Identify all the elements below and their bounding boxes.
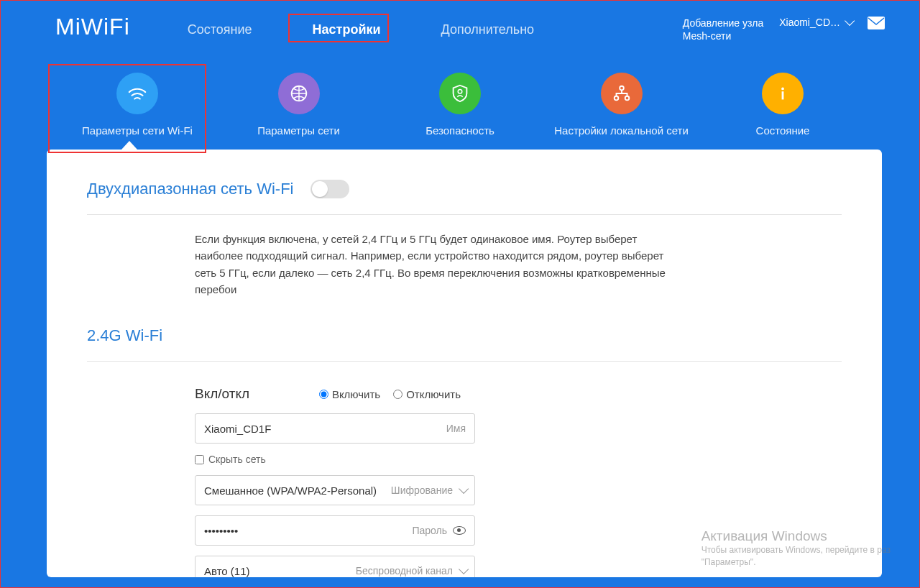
ssid-suffix: Имя	[446, 423, 466, 434]
subtab-wifi[interactable]: Параметры сети Wi-Fi	[65, 73, 209, 137]
radio-on[interactable]: Включить	[319, 388, 380, 400]
svg-point-4	[614, 96, 618, 101]
radio-off-label: Отключить	[406, 388, 461, 400]
network-tree-icon	[601, 73, 643, 114]
nav-status[interactable]: Состояние	[180, 18, 259, 42]
ssid-input[interactable]	[204, 423, 446, 435]
svg-rect-7	[782, 91, 784, 99]
settings-card: Двухдиапазонная сеть Wi-Fi Если функция …	[47, 150, 882, 577]
subtab-wifi-label: Параметры сети Wi-Fi	[82, 124, 193, 137]
eye-icon[interactable]	[453, 526, 466, 535]
shield-icon	[439, 73, 481, 114]
nav-settings[interactable]: Настройки	[305, 18, 388, 42]
active-tab-arrow	[1, 141, 919, 150]
svg-point-6	[781, 88, 784, 91]
logo: MiWiFi	[55, 14, 130, 40]
mesh-line1: Добавление узла	[683, 17, 763, 29]
svg-point-3	[620, 86, 624, 91]
encryption-value	[204, 484, 391, 497]
svg-point-2	[458, 89, 462, 93]
dualband-title: Двухдиапазонная сеть Wi-Fi	[87, 180, 293, 198]
wifi24-title: 2.4G Wi-Fi	[87, 319, 842, 362]
password-input[interactable]	[204, 525, 412, 537]
subtab-status[interactable]: Состояние	[711, 73, 855, 137]
channel-value	[204, 565, 356, 577]
device-name: Xiaomi_CD…	[779, 17, 840, 28]
subtab-lan[interactable]: Настройки локальной сети	[550, 73, 694, 137]
mesh-line2: Mesh-сети	[683, 29, 763, 42]
encryption-field[interactable]: Шифрование	[195, 475, 475, 505]
hide-ssid-checkbox[interactable]	[195, 455, 204, 464]
subtab-security-label: Безопасность	[426, 124, 494, 137]
svg-rect-0	[868, 17, 885, 29]
encryption-suffix: Шифрование	[391, 484, 453, 496]
device-dropdown[interactable]: Xiaomi_CD…	[779, 17, 852, 28]
info-icon	[762, 73, 804, 114]
onoff-label: Вкл/откл	[195, 386, 319, 402]
dualband-toggle[interactable]	[310, 180, 349, 198]
hide-ssid-label: Скрыть сеть	[208, 454, 266, 465]
password-suffix: Пароль	[412, 525, 447, 536]
radio-on-label: Включить	[332, 388, 380, 400]
subtab-network-label: Параметры сети	[257, 124, 340, 137]
chevron-down-icon	[845, 16, 855, 26]
chevron-down-icon	[459, 564, 469, 574]
subtab-status-label: Состояние	[756, 124, 810, 137]
channel-field[interactable]: Беспроводной канал	[195, 556, 475, 577]
chevron-down-icon	[459, 484, 469, 494]
globe-icon	[278, 73, 320, 114]
wifi-icon	[116, 73, 158, 114]
mail-icon[interactable]	[868, 17, 885, 32]
subtab-lan-label: Настройки локальной сети	[554, 124, 689, 137]
mesh-add-link[interactable]: Добавление узла Mesh-сети	[683, 17, 763, 42]
subtab-security[interactable]: Безопасность	[388, 73, 532, 137]
nav-advanced[interactable]: Дополнительно	[434, 18, 542, 42]
channel-suffix: Беспроводной канал	[356, 565, 453, 576]
dualband-description: Если функция включена, у сетей 2,4 ГГц и…	[87, 215, 676, 319]
subtab-network[interactable]: Параметры сети	[227, 73, 371, 137]
radio-off[interactable]: Отключить	[393, 388, 461, 400]
password-field[interactable]: Пароль	[195, 515, 475, 546]
svg-point-5	[625, 96, 629, 101]
ssid-field[interactable]: Имя	[195, 413, 475, 444]
